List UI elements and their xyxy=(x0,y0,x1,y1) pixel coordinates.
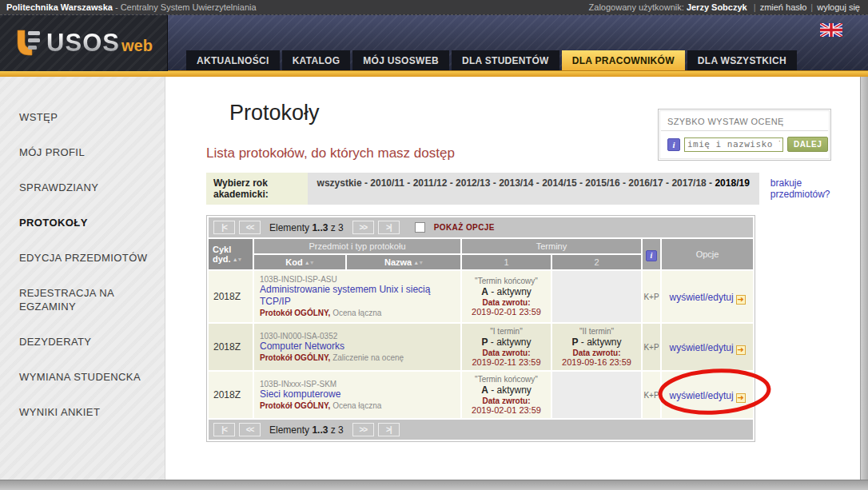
protocol-access-cell: K+P xyxy=(643,271,660,322)
sort-code-icon[interactable]: ▲▼ xyxy=(305,260,314,265)
column-group-terms: Terminy xyxy=(462,239,641,253)
tab-dla-studentow[interactable]: DLA STUDENTÓW xyxy=(452,50,559,70)
year-option-2010-11[interactable]: 2010/11 xyxy=(370,177,412,189)
protocol-access-cell: K+P xyxy=(643,372,660,418)
pagination-top: |< << Elementy 1..3 z 3 >> >| POKAŻ OPCJ… xyxy=(209,217,753,237)
logged-label: Zalogowany użytkownik: xyxy=(589,2,684,12)
header: USOS web AKTUALNOŚCI KATALOG MÓJ USOSWEB… xyxy=(0,14,868,70)
sort-name-icon[interactable]: ▲▼ xyxy=(413,260,423,265)
sidebar-item-wstep[interactable]: WSTĘP xyxy=(19,110,153,124)
logged-user: Jerzy Sobczyk xyxy=(687,2,747,12)
year-option-2015-16[interactable]: 2015/16 xyxy=(585,177,628,189)
term1-cell: "Termin końcowy" A - aktywny Data zwrotu… xyxy=(462,372,551,418)
cycle-cell: 2018Z xyxy=(209,271,253,322)
usos-logo-icon xyxy=(14,30,43,57)
quick-grade-input[interactable] xyxy=(684,137,783,152)
tab-katalog[interactable]: KATALOG xyxy=(282,50,351,70)
sidebar-item-rejestracja-na-egzaminy[interactable]: REJESTRACJA NA EGZAMINY xyxy=(19,286,139,313)
prev-page-button[interactable]: << xyxy=(239,221,261,234)
view-edit-link[interactable]: wyświetl/edytuj xyxy=(670,342,734,353)
next-page-button[interactable]: >> xyxy=(352,423,374,436)
logo-text-usos: USOS xyxy=(46,29,120,58)
protocol-type: Ocena łączna xyxy=(332,309,381,317)
institution-suffix: - Centralny System Uwierzytelniania xyxy=(115,2,257,12)
cycle-cell: 2018Z xyxy=(209,372,253,418)
subject-cell: 1030-IN000-ISA-0352 Computer Networks Pr… xyxy=(254,324,460,370)
column-header-options: Opcje xyxy=(662,239,753,269)
change-password-link[interactable]: zmień hasło xyxy=(760,2,807,12)
usos-logo[interactable]: USOS web xyxy=(14,29,153,58)
column-header-cycle: Cykl dyd.▲▼ xyxy=(209,239,253,269)
subject-code: 1030-IN000-ISA-0352 xyxy=(260,332,457,341)
info-icon[interactable]: i xyxy=(667,138,680,151)
missing-subjects-link[interactable]: brakuje przedmiotów? xyxy=(770,177,860,200)
tab-moj-usosweb[interactable]: MÓJ USOSWEB xyxy=(352,50,449,70)
subject-link[interactable]: Administrowanie systemem Unix i siecią T… xyxy=(260,284,457,308)
pagination-bottom: |< << Elementy 1..3 z 3 >> >| xyxy=(209,420,753,440)
first-page-button[interactable]: |< xyxy=(213,221,235,234)
last-page-button[interactable]: >| xyxy=(378,221,400,234)
sidebar-item-sprawdziany[interactable]: SPRAWDZIANY xyxy=(19,181,153,194)
sort-cycle-icon[interactable]: ▲▼ xyxy=(233,257,242,262)
year-option-2014-15[interactable]: 2014/15 xyxy=(542,177,585,189)
year-picker-options: wszystkie2010/112011/122012/132013/14201… xyxy=(308,173,759,205)
logo-panel: USOS web xyxy=(0,15,168,71)
year-option-2013-14[interactable]: 2013/14 xyxy=(499,177,542,189)
column-header-code: Kod▲▼ xyxy=(254,255,345,269)
year-option-2017-18[interactable]: 2017/18 xyxy=(671,177,715,189)
year-option-2012-13[interactable]: 2012/13 xyxy=(456,177,499,189)
table-row: 2018Z 103B-INxxx-ISP-SKM Sieci komputero… xyxy=(209,372,753,418)
view-edit-link[interactable]: wyświetl/edytuj xyxy=(670,292,734,303)
column-header-term1: 1 xyxy=(462,255,551,269)
session-info: Zalogowany użytkownik: Jerzy Sobczyk |zm… xyxy=(589,2,860,12)
page: Politechnika Warszawska - Centralny Syst… xyxy=(0,0,868,490)
view-edit-link-highlighted[interactable]: wyświetl/edytuj xyxy=(670,390,734,401)
term1-cell: "I termin" P - aktywny Data zwrotu: 2019… xyxy=(462,324,551,370)
next-page-button[interactable]: >> xyxy=(352,221,374,234)
tab-aktualnosci[interactable]: AKTUALNOŚCI xyxy=(186,50,280,70)
term2-cell-empty xyxy=(552,372,641,418)
open-new-window-icon[interactable]: ➜ xyxy=(736,295,746,305)
subject-link[interactable]: Sieci komputerowe xyxy=(260,388,457,400)
pagination-info: Elementy 1..3 z 3 xyxy=(269,424,344,436)
year-option-wszystkie[interactable]: wszystkie xyxy=(317,177,371,189)
year-option-2011-12[interactable]: 2011/12 xyxy=(413,177,456,189)
subject-link[interactable]: Computer Networks xyxy=(260,341,457,353)
logout-link[interactable]: wyloguj się xyxy=(817,2,860,12)
accent-bar xyxy=(0,70,868,77)
prev-page-button[interactable]: << xyxy=(239,423,261,436)
language-flag-icon[interactable] xyxy=(820,23,842,37)
info-icon[interactable]: i xyxy=(646,250,657,261)
show-options-label[interactable]: POKAŻ OPCJE xyxy=(434,223,495,232)
first-page-button[interactable]: |< xyxy=(213,423,235,436)
options-cell: wyświetl/edytuj➜ xyxy=(662,271,753,322)
protocol-label: Protokół OGÓLNY, xyxy=(260,353,330,362)
protocols-table: |< << Elementy 1..3 z 3 >> >| POKAŻ OPCJ… xyxy=(206,215,755,442)
subject-code: 103B-INxxx-ISP-SKM xyxy=(260,380,457,388)
sidebar-item-protokoly[interactable]: PROTOKOŁY xyxy=(19,216,153,229)
pagination-info: Elementy 1..3 z 3 xyxy=(269,222,344,233)
last-page-button[interactable]: >| xyxy=(378,423,400,436)
sidebar-item-edycja-przedmiotow[interactable]: EDYCJA PRZEDMIOTÓW xyxy=(19,251,153,265)
quick-grade-box: SZYBKO WYSTAW OCENĘ i DALEJ xyxy=(658,109,831,161)
tab-dla-pracownikow[interactable]: DLA PRACOWNIKÓW xyxy=(562,50,685,70)
sidebar-item-wyniki-ankiet[interactable]: WYNIKI ANKIET xyxy=(19,405,153,419)
tab-dla-wszystkich[interactable]: DLA WSZYSTKICH xyxy=(687,50,797,70)
open-new-window-icon[interactable]: ➜ xyxy=(736,393,746,403)
show-options-checkbox[interactable] xyxy=(415,222,425,233)
sidebar-item-wymiana-studencka[interactable]: WYMIANA STUDENCKA xyxy=(19,370,153,384)
year-option-selected[interactable]: 2018/19 xyxy=(715,177,749,189)
sidebar-item-moj-profil[interactable]: MÓJ PROFIL xyxy=(19,145,153,159)
protocol-label: Protokół OGÓLNY, xyxy=(260,309,330,317)
sidebar-item-dezyderaty[interactable]: DEZYDERATY xyxy=(19,335,153,349)
logo-text-web: web xyxy=(121,37,153,55)
term1-cell: "Termin końcowy" A - aktywny Data zwrotu… xyxy=(462,271,551,322)
year-option-2016-17[interactable]: 2016/17 xyxy=(628,177,671,189)
open-new-window-icon[interactable]: ➜ xyxy=(736,345,746,355)
protocol-type: Zaliczenie na ocenę xyxy=(332,353,404,362)
subject-cell: 103B-INxxx-ISP-SKM Sieci komputerowe Pro… xyxy=(254,372,460,418)
term2-cell: "II termin" P - aktywny Data zwrotu: 201… xyxy=(552,324,641,370)
quick-grade-submit-button[interactable]: DALEJ xyxy=(787,137,828,152)
options-cell: wyświetl/edytuj➜ xyxy=(662,324,753,370)
protocols-table-wrap: |< << Elementy 1..3 z 3 >> >| POKAŻ OPCJ… xyxy=(206,215,751,442)
